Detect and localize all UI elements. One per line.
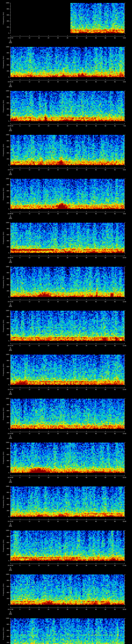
x-start-time-label: 19:07:00 [8, 169, 13, 170]
y-tick-label: 1000 [3, 486, 9, 487]
x-tick-label: 25 [57, 477, 59, 478]
spectrogram-plot [10, 530, 124, 561]
x-tick-label: 5 [20, 81, 20, 82]
x-tick-label: 50 [105, 433, 106, 434]
y-tick-label: 1000 [3, 530, 9, 531]
x-start-time-label: 19:17:00 [8, 609, 13, 610]
date-year: 2015 [9, 438, 12, 439]
y-tick-label: 200 [3, 378, 9, 380]
x-tick-label: 45 [95, 345, 97, 346]
x-tick-label: 5 [20, 609, 20, 610]
y-tick-label: 800 [3, 140, 9, 142]
x-tick-label: 15 [38, 609, 40, 610]
y-tick-label: 0 [3, 472, 9, 474]
x-tick-label: 5 [20, 301, 20, 302]
y-tick-label: 800 [3, 52, 9, 54]
y-axis-title: Frequency (Hz) [3, 495, 4, 508]
y-tick-label: 800 [3, 404, 9, 405]
y-tick-label: 1000 [3, 266, 9, 268]
x-tick-label: 5 [20, 477, 20, 478]
x-tick-label: 35 [76, 169, 78, 170]
x-tick-label: 30 [67, 169, 68, 170]
y-tick-label: 200 [3, 202, 9, 204]
x-tick-label: 20 [48, 301, 49, 302]
date-year: 2015 [9, 130, 12, 132]
y-axis-title: Frequency (Hz) [3, 188, 4, 200]
x-tick-label: 55 [114, 389, 116, 390]
date-year: 2015 [9, 614, 12, 615]
y-tick-label: 200 [3, 114, 9, 116]
x-tick-label: 10 [28, 345, 30, 346]
x-tick-label: 35 [76, 477, 78, 478]
x-tick-label: 20 [48, 389, 49, 390]
x-tick-label: 25 [57, 565, 59, 566]
y-tick-label: 0 [3, 384, 9, 386]
x-tick-label: 5 [20, 125, 20, 126]
y-tick-label: 600 [3, 586, 9, 587]
y-tick-label: 1000 [3, 398, 9, 399]
date-year: 2015 [9, 526, 12, 527]
x-tick-label: 40 [86, 213, 87, 214]
y-axis-title: Frequency (Hz) [3, 100, 4, 112]
spectrogram-plot [10, 3, 124, 33]
x-tick-label: 55 [114, 609, 116, 610]
x-end-time-label: 11:00 [123, 301, 126, 302]
date-year: 2015 [9, 42, 12, 44]
x-tick-label: 5 [20, 345, 20, 346]
y-tick-label: 600 [3, 366, 9, 367]
x-tick-label: 40 [86, 345, 87, 346]
spectrogram-panel: Frequency (Hz)0200400600800100019:05:005… [0, 44, 132, 88]
x-start-time-label: 19:16:00 [8, 565, 13, 566]
y-tick-label: 0 [3, 340, 9, 342]
x-tick-label: 55 [114, 345, 116, 346]
x-tick-label: 10 [28, 433, 30, 434]
x-tick-label: 5 [20, 433, 20, 434]
spectrogram-plot [10, 442, 124, 473]
date-year: 2015 [9, 394, 12, 395]
x-start-time-label: 19:15:00 [8, 521, 13, 522]
y-tick-label: 0 [3, 32, 9, 34]
x-tick-label: 50 [105, 81, 106, 82]
x-tick-label: 5 [20, 213, 20, 214]
x-tick-label: 40 [86, 609, 87, 610]
x-tick-label: 50 [105, 521, 106, 522]
y-tick-label: 600 [3, 410, 9, 412]
x-end-time-label: 14:00 [122, 433, 126, 434]
x-tick-label: 40 [86, 521, 87, 522]
x-tick-label: 40 [86, 565, 87, 566]
x-tick-label: 45 [95, 257, 97, 258]
x-tick-label: 5 [20, 389, 20, 390]
x-tick-label: 50 [105, 37, 106, 39]
y-tick-label: 200 [3, 598, 9, 599]
x-tick-label: 40 [86, 257, 87, 258]
x-tick-label: 20 [48, 565, 49, 566]
x-tick-label: 10 [28, 301, 30, 302]
spectrogram-plot [10, 47, 124, 77]
spectrogram-panel: Frequency (Hz)0200400600800100019:06:005… [0, 88, 132, 132]
y-tick-label: 1000 [3, 442, 9, 443]
y-tick-label: 1000 [3, 354, 9, 355]
y-tick-label: 0 [3, 252, 9, 254]
x-tick-label: 55 [114, 477, 116, 478]
x-tick-label: 50 [105, 477, 106, 478]
x-tick-label: 40 [86, 169, 87, 170]
y-axis-title: Frequency (Hz) [3, 232, 4, 244]
x-tick-label: 35 [76, 301, 78, 302]
y-tick-label: 600 [3, 146, 9, 148]
x-tick-label: 30 [67, 345, 68, 346]
y-tick-label: 400 [3, 20, 9, 22]
x-tick-label: 15 [38, 257, 40, 258]
x-tick-label: 55 [114, 213, 116, 214]
y-tick-label: 0 [3, 604, 9, 605]
y-tick-label: 400 [3, 504, 9, 505]
spectrogram-plot [10, 223, 124, 253]
x-tick-label: 25 [57, 213, 59, 214]
x-tick-label: 35 [76, 81, 78, 82]
x-start-time-label: 19:04:00 [8, 37, 13, 39]
x-start-time-label: 19:12:00 [8, 389, 13, 390]
spectrogram-panel: Frequency (Hz)0200400600800100019:15:005… [0, 484, 132, 528]
x-tick-label: 10 [28, 257, 30, 258]
spectrogram-plot [10, 311, 124, 341]
x-tick-label: 15 [38, 433, 40, 434]
x-tick-label: 15 [38, 345, 40, 346]
